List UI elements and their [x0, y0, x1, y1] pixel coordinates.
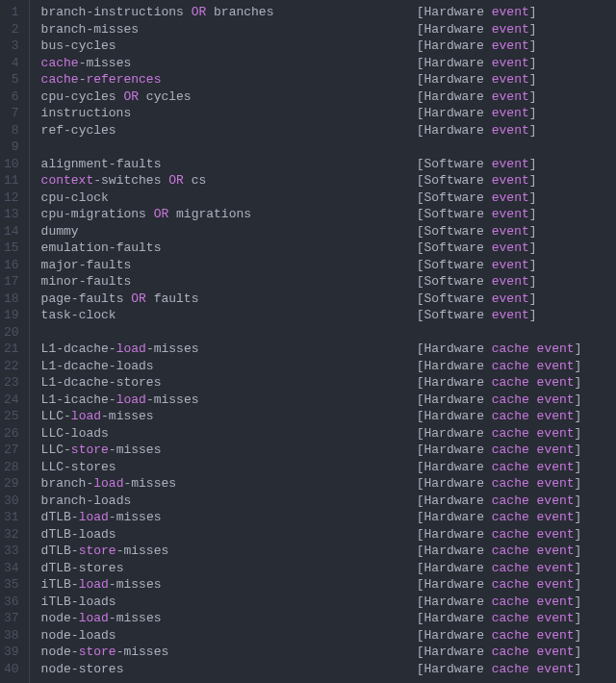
event-tag: [Hardware cache event]	[417, 475, 582, 493]
padding	[109, 425, 417, 443]
event-tag: [Hardware cache event]	[417, 576, 582, 594]
token-punct: -	[64, 38, 71, 53]
padding	[251, 206, 417, 223]
event-token: cache	[492, 628, 529, 643]
event-tag: [Software event]	[417, 307, 537, 324]
event-token: event	[492, 123, 529, 138]
token-punct: -	[109, 342, 116, 356]
code-tokens: cpu-migrations OR migrations	[41, 206, 251, 223]
padding	[161, 156, 416, 173]
event-token: ]	[529, 106, 537, 120]
code-editor[interactable]: 1234567891011121314151617181920212223242…	[0, 0, 616, 683]
event-token: event	[492, 5, 529, 19]
event-token: [	[417, 258, 424, 272]
event-token	[529, 628, 537, 643]
event-token: event	[537, 392, 575, 407]
token-ident: cache	[41, 72, 79, 87]
token-plain: stores	[116, 375, 162, 390]
token-plain: alignment	[41, 157, 109, 171]
event-token	[529, 476, 537, 491]
token-plain: node	[41, 611, 71, 625]
code-line: dummy [Software event]	[30, 223, 616, 240]
event-token: [	[417, 460, 424, 474]
event-token: ]	[575, 409, 582, 423]
event-token: ]	[575, 628, 582, 643]
event-token: Software	[424, 207, 492, 221]
padding	[161, 610, 416, 627]
code-tokens: alignment-faults	[41, 156, 162, 173]
event-token: cache	[492, 493, 529, 508]
token-plain: misses	[154, 342, 199, 356]
padding	[116, 38, 417, 55]
token-plain: node	[41, 662, 71, 676]
event-token: [	[417, 72, 424, 87]
token-plain: switches	[101, 173, 168, 188]
code-tokens: major-faults	[41, 257, 132, 274]
code-line: L1-dcache-load-misses [Hardware cache ev…	[30, 341, 616, 358]
line-number: 21	[4, 341, 23, 358]
event-token: event	[537, 662, 575, 676]
event-tag: [Hardware event]	[417, 71, 537, 89]
event-token: event	[537, 493, 575, 508]
event-token	[529, 577, 537, 592]
token-punct: -	[64, 123, 71, 138]
event-token: event	[537, 527, 575, 542]
event-token: [	[417, 544, 424, 558]
event-token	[529, 510, 537, 524]
line-number: 8	[4, 122, 23, 139]
padding	[123, 661, 416, 678]
event-tag: [Hardware cache event]	[417, 526, 582, 544]
event-token: ]	[575, 645, 582, 659]
token-keyword: OR	[154, 207, 169, 221]
token-plain: major	[41, 258, 79, 272]
token-punct: -	[64, 409, 71, 423]
event-tag: [Hardware event]	[417, 38, 537, 55]
code-tokens: cache-references	[41, 71, 162, 89]
event-tag: [Hardware cache event]	[417, 408, 582, 425]
code-tokens: context-switches OR cs	[41, 172, 207, 190]
code-tokens: node-stores	[41, 661, 124, 678]
event-token: ]	[529, 5, 537, 19]
token-plain: faults	[86, 274, 131, 289]
code-tokens: branch-instructions OR branches	[41, 4, 274, 21]
token-keyword: OR	[168, 173, 184, 188]
event-token: ]	[575, 561, 582, 575]
event-tag: [Hardware event]	[417, 89, 537, 106]
padding	[109, 190, 417, 207]
code-content[interactable]: branch-instructions OR branches [Hardwar…	[30, 0, 616, 683]
token-punct: -	[109, 375, 116, 390]
event-token: [	[417, 342, 424, 356]
code-line: LLC-load-misses [Hardware cache event]	[30, 408, 616, 425]
event-token: event	[537, 645, 575, 659]
line-number: 23	[4, 374, 23, 392]
token-plain: misses	[109, 409, 154, 423]
token-plain: misses	[123, 544, 168, 558]
token-plain: L1	[41, 342, 57, 356]
event-token: Software	[424, 224, 492, 239]
code-line: branch-loads [Hardware cache event]	[30, 493, 616, 510]
line-number: 26	[4, 425, 23, 443]
token-punct: -	[64, 207, 71, 221]
token-punct: -	[109, 443, 116, 457]
event-token	[529, 561, 537, 575]
token-plain: clock	[79, 308, 116, 322]
token-plain: ref	[41, 123, 64, 138]
event-token: [	[417, 510, 424, 524]
token-plain: cycles	[71, 123, 116, 138]
event-token: Hardware	[424, 645, 492, 659]
code-line: cache-misses [Hardware event]	[30, 55, 616, 72]
event-token: Hardware	[424, 476, 492, 491]
event-tag: [Software event]	[417, 190, 537, 207]
code-tokens: task-clock	[41, 307, 116, 324]
line-number: 36	[4, 594, 23, 611]
event-token: cache	[492, 510, 529, 524]
token-punct: -	[71, 308, 79, 322]
token-plain: faults	[86, 258, 131, 272]
event-token: [	[417, 106, 424, 120]
code-line: page-faults OR faults [Software event]	[30, 291, 616, 308]
code-line: cpu-migrations OR migrations [Software e…	[30, 206, 616, 223]
event-token: Software	[424, 190, 492, 205]
event-token: ]	[529, 224, 537, 239]
event-token: cache	[492, 594, 529, 609]
line-number: 39	[4, 644, 23, 661]
